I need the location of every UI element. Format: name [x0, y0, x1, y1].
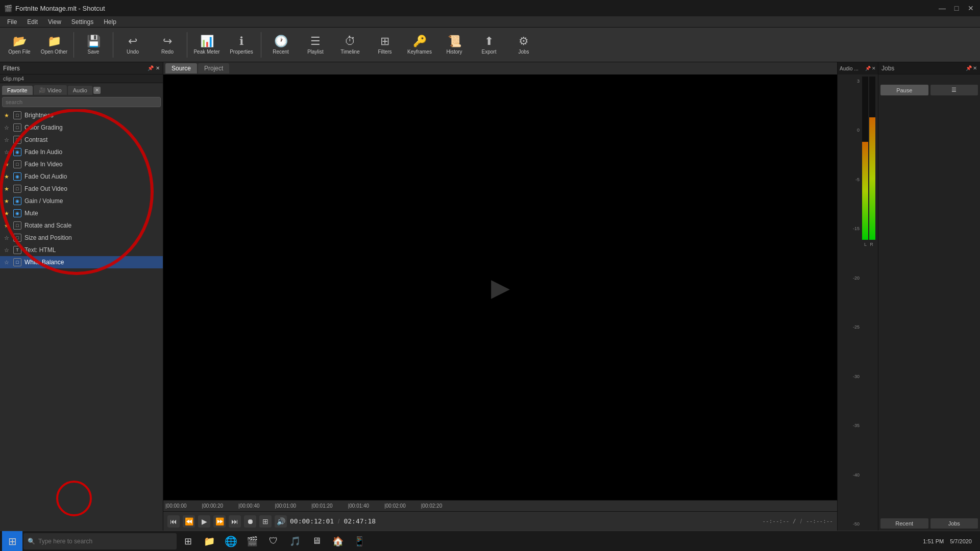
taskbar-date: 5/7/2020: [948, 538, 974, 544]
undo-button[interactable]: ↩ Undo: [116, 30, 149, 60]
task-view-button[interactable]: ⊞: [178, 531, 198, 552]
app-icon-7[interactable]: 🖥: [306, 531, 327, 552]
menu-file[interactable]: File: [2, 17, 22, 27]
recent-button[interactable]: 🕐 Recent: [264, 30, 297, 60]
filter-contrast[interactable]: ☆ □ Contrast: [0, 134, 163, 146]
rewind-button[interactable]: ⏪: [183, 515, 195, 528]
filter-fade-in-video[interactable]: ★ □ Fade In Video: [0, 158, 163, 170]
menu-view[interactable]: View: [43, 17, 66, 27]
filter-brightness[interactable]: ★ □ Brightness: [0, 109, 163, 121]
filter-size-position[interactable]: ☆ □ Size and Position: [0, 232, 163, 244]
app-icon-9[interactable]: 📱: [349, 531, 370, 552]
shotcut-taskbar-icon[interactable]: 🎬: [242, 531, 262, 552]
project-tab[interactable]: Project: [198, 63, 229, 73]
open-other-button[interactable]: 📁 Open Other: [38, 30, 70, 60]
maximize-button[interactable]: □: [951, 3, 962, 13]
filter-white-balance[interactable]: ☆ □ White Balance: [0, 256, 163, 268]
file-explorer-icon[interactable]: 📁: [199, 531, 219, 552]
playlist-label: Playlist: [307, 49, 324, 55]
filter-fade-out-video[interactable]: ★ □ Fade Out Video: [0, 183, 163, 195]
fade-out-audio-label: Fade Out Audio: [24, 173, 67, 180]
brightness-icon: □: [13, 111, 21, 119]
jobs-icon: ⚙: [519, 35, 529, 48]
recent-jobs-button[interactable]: Recent: [880, 518, 928, 529]
keyframes-button[interactable]: 🔑 Keyframes: [403, 30, 436, 60]
filter-fade-out-audio[interactable]: ★ ◉ Fade Out Audio: [0, 170, 163, 183]
close-button[interactable]: ✕: [966, 3, 976, 13]
spotify-icon[interactable]: 🎵: [285, 531, 305, 552]
peak-meter-button[interactable]: 📊 Peak Meter: [190, 30, 223, 60]
jobs-header: Jobs 📌 ✕: [878, 62, 980, 74]
timeline-icon: ⏱: [345, 35, 356, 48]
app-icon-5[interactable]: 🛡: [263, 531, 284, 552]
text-html-icon: T: [13, 246, 21, 254]
jobs-list-button[interactable]: ☰: [930, 85, 978, 95]
menu-settings[interactable]: Settings: [66, 17, 99, 27]
audio-pin-icon[interactable]: 📌: [865, 66, 871, 71]
taskbar-search-input[interactable]: [38, 538, 173, 545]
jobs-button[interactable]: ⚙ Jobs: [507, 30, 540, 60]
fade-in-video-icon: □: [13, 160, 21, 168]
jobs-pin-icon[interactable]: 📌: [966, 65, 972, 71]
menu-help[interactable]: Help: [99, 17, 121, 27]
filters-close-header-icon[interactable]: ✕: [156, 65, 160, 71]
tab-favorite[interactable]: Favorite: [2, 86, 33, 95]
tab-video[interactable]: 🎥 Video: [34, 85, 67, 95]
timeline-button[interactable]: ⏱ Timeline: [334, 30, 366, 60]
fade-in-video-star: ★: [4, 161, 9, 168]
filter-rotate-scale[interactable]: ★ □ Rotate and Scale: [0, 219, 163, 232]
app-icon-8[interactable]: 🏠: [328, 531, 348, 552]
taskbar-search-bar[interactable]: 🔍: [23, 533, 177, 549]
in-point-display: --:--:-- /: [762, 518, 796, 524]
save-icon: 💾: [87, 35, 101, 48]
minimize-button[interactable]: —: [937, 3, 947, 13]
volume-button[interactable]: 🔊: [275, 515, 287, 528]
play-button[interactable]: ▶: [198, 515, 210, 528]
save-button[interactable]: 💾 Save: [77, 30, 110, 60]
history-button[interactable]: 📜 History: [438, 30, 471, 60]
mute-star: ★: [4, 210, 9, 217]
filter-color-grading[interactable]: ☆ □ Color Grading: [0, 121, 163, 134]
loop-button[interactable]: ⏺: [244, 515, 256, 528]
grid-view-button[interactable]: ⊞: [259, 515, 272, 528]
filter-search-input[interactable]: [2, 97, 161, 107]
filter-fade-in-audio[interactable]: ☆ ◉ Fade In Audio: [0, 146, 163, 158]
recent-label: Recent: [273, 49, 289, 55]
pause-button[interactable]: Pause: [880, 85, 928, 95]
jobs-nav-button[interactable]: Jobs: [930, 518, 978, 529]
color-grading-star: ☆: [4, 124, 9, 131]
filters-toolbar-button[interactable]: ⊞ Filters: [369, 30, 401, 60]
properties-button[interactable]: ℹ Properties: [225, 30, 258, 60]
redo-button[interactable]: ↪ Redo: [151, 30, 184, 60]
filters-pin-icon[interactable]: 📌: [148, 65, 154, 71]
brightness-label: Brightness: [24, 112, 54, 119]
filter-tabs-close[interactable]: ✕: [93, 87, 101, 94]
jobs-close-icon[interactable]: ✕: [973, 65, 977, 71]
filters-toolbar-label: Filters: [378, 49, 391, 55]
skip-to-end-button[interactable]: ⏭: [229, 515, 241, 528]
audio-close-icon[interactable]: ✕: [872, 66, 876, 71]
tab-audio[interactable]: Audio: [68, 86, 92, 95]
fast-forward-button[interactable]: ⏩: [213, 515, 226, 528]
titlebar-left: 🎬 FortnIte Montage.mlt - Shotcut: [4, 5, 105, 12]
keyframes-icon: 🔑: [413, 35, 427, 48]
menu-edit[interactable]: Edit: [22, 17, 43, 27]
meter-lr-labels: L R: [862, 241, 876, 248]
skip-to-start-button[interactable]: ⏮: [167, 515, 180, 528]
start-button[interactable]: ⊞: [2, 531, 22, 552]
meter-bars: [862, 77, 875, 240]
audio-meter-display: 3 0 -5 -15 -20 -25 -30 -35 -40 -50: [838, 74, 878, 531]
open-file-button[interactable]: 📂 Open File: [3, 30, 36, 60]
size-position-star: ☆: [4, 235, 9, 241]
export-button[interactable]: ⬆ Export: [473, 30, 505, 60]
export-icon: ⬆: [484, 35, 494, 48]
filter-gain-volume[interactable]: ★ ◉ Gain / Volume: [0, 195, 163, 207]
white-balance-star: ☆: [4, 259, 9, 266]
playlist-button[interactable]: ☰ Playlist: [299, 30, 332, 60]
filter-text-html[interactable]: ☆ T Text: HTML: [0, 244, 163, 256]
gain-volume-label: Gain / Volume: [24, 197, 63, 205]
chrome-icon[interactable]: 🌐: [220, 531, 241, 552]
source-tab[interactable]: Source: [165, 63, 197, 73]
history-label: History: [446, 49, 462, 55]
filter-mute[interactable]: ★ ◉ Mute: [0, 207, 163, 219]
